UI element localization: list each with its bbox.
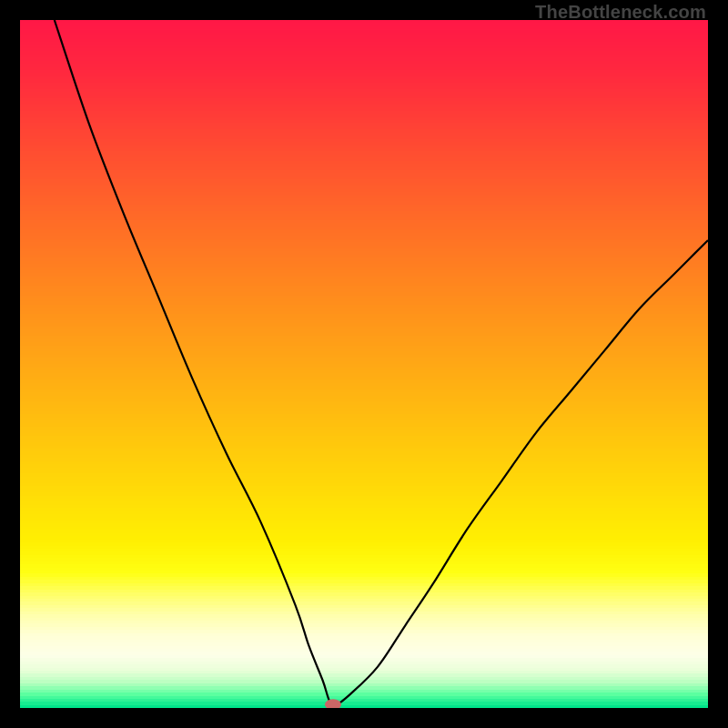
bottleneck-curve xyxy=(55,20,708,705)
optimal-point-marker xyxy=(325,699,341,708)
chart-frame: TheBottleneck.com xyxy=(0,0,728,728)
plot-area xyxy=(20,20,708,708)
chart-overlay xyxy=(20,20,708,708)
